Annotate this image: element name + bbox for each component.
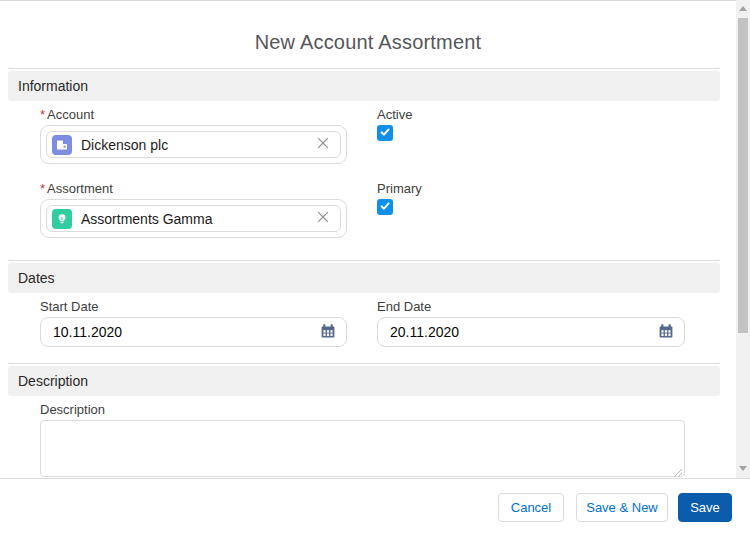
account-pill[interactable]: Dickenson plc	[46, 131, 341, 158]
active-checkbox[interactable]	[377, 125, 393, 141]
assortment-pill-label: Assortments Gamma	[81, 211, 314, 227]
section-dates-label: Dates	[18, 270, 55, 286]
close-icon	[316, 136, 330, 153]
assortment-pill[interactable]: Assortments Gamma	[46, 205, 341, 232]
check-icon	[379, 124, 391, 142]
calendar-icon	[658, 323, 674, 342]
section-description-label: Description	[18, 373, 88, 389]
section-information-label: Information	[18, 78, 88, 94]
assortment-lookup-field[interactable]: Assortments Gamma	[40, 199, 347, 238]
cancel-button[interactable]: Cancel	[498, 493, 564, 522]
end-date-field	[377, 317, 685, 347]
scroll-down-button[interactable]	[736, 460, 750, 478]
modal-top-border	[0, 0, 750, 1]
check-icon	[379, 198, 391, 216]
end-date-input[interactable]	[378, 318, 684, 346]
description-label: Description	[40, 402, 105, 417]
scrollbar-thumb[interactable]	[738, 18, 748, 333]
section-information-header: Information	[8, 71, 720, 101]
account-label: *Account	[40, 107, 94, 122]
save-and-new-button[interactable]: Save & New	[576, 493, 668, 522]
end-date-calendar-button[interactable]	[657, 323, 675, 341]
assortment-remove-button[interactable]	[314, 210, 332, 228]
section-description-header: Description	[8, 366, 720, 396]
section-divider	[8, 363, 720, 364]
assortment-record-icon	[52, 209, 72, 229]
primary-label: Primary	[377, 181, 422, 196]
start-date-input[interactable]	[41, 318, 346, 346]
account-remove-button[interactable]	[314, 136, 332, 154]
assortment-label: *Assortment	[40, 181, 113, 196]
section-dates-header: Dates	[8, 263, 720, 293]
textarea-resize-handle[interactable]	[672, 464, 683, 475]
vertical-scrollbar[interactable]	[736, 0, 750, 478]
save-button[interactable]: Save	[678, 493, 732, 522]
account-lookup-field[interactable]: Dickenson plc	[40, 125, 347, 164]
start-date-field	[40, 317, 347, 347]
close-icon	[316, 210, 330, 227]
arrow-down-icon	[739, 466, 747, 471]
modal-footer: Cancel Save & New Save	[0, 478, 750, 534]
section-divider	[8, 68, 720, 69]
required-asterisk: *	[40, 181, 45, 196]
calendar-icon	[320, 323, 336, 342]
section-divider	[8, 260, 720, 261]
description-textarea[interactable]	[40, 420, 685, 477]
start-date-calendar-button[interactable]	[319, 323, 337, 341]
arrow-up-icon	[739, 6, 747, 11]
account-record-icon	[52, 135, 72, 155]
start-date-label: Start Date	[40, 299, 99, 314]
active-label: Active	[377, 107, 412, 122]
primary-checkbox[interactable]	[377, 199, 393, 215]
account-pill-label: Dickenson plc	[81, 137, 314, 153]
scroll-up-button[interactable]	[736, 0, 750, 16]
modal-title: New Account Assortment	[0, 31, 736, 54]
required-asterisk: *	[40, 107, 45, 122]
end-date-label: End Date	[377, 299, 431, 314]
new-account-assortment-modal: New Account Assortment Information *Acco…	[0, 0, 750, 534]
